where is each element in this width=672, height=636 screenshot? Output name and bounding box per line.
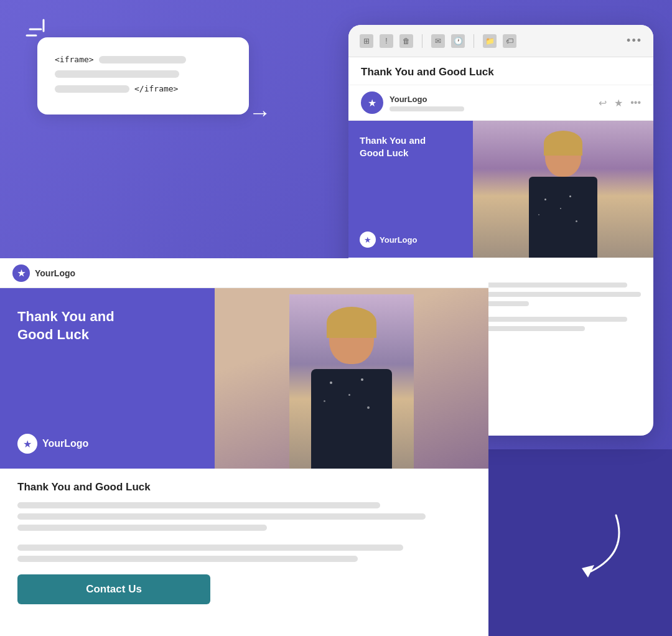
hero-person-image [473,121,653,258]
code-line-3: </iframe> [55,84,231,93]
iframe-code-block: <iframe> </iframe> [37,37,249,115]
toolbar-archive-icon[interactable]: ⊞ [360,34,373,48]
hero-logo-text: YourLogo [380,235,417,245]
text-bar-4 [17,545,403,551]
banner-logo: ★ YourLogo [17,434,88,454]
code-bar-1 [99,56,186,63]
text-bar-1 [17,502,380,508]
reply-icon[interactable]: ↩ [599,97,607,109]
text-bar-3 [17,525,267,531]
sender-avatar: ★ [361,91,383,114]
window-toolbar: ⊞ ! 🗑 ✉ 🕐 📁 🏷 ••• [348,25,653,57]
email-body-title: Thank You and Good Luck [17,481,471,493]
person-illustration [215,288,488,469]
banner-title: Thank You andGood Luck [17,308,197,344]
email-actions: ↩ ★ ••• [599,97,641,109]
person-image [215,288,488,469]
email-banner: Thank You andGood Luck ★ YourLogo [0,288,215,469]
toolbar-separator-1 [422,34,422,48]
toolbar-alert-icon[interactable]: ! [380,34,393,48]
code-line-1: <iframe> [55,55,231,64]
email-sender-row: ★ YourLogo ↩ ★ ••• [348,85,653,121]
toolbar-clock-icon[interactable]: 🕐 [451,34,465,48]
email-text-section: Thank You and Good Luck Contact Us [0,469,488,636]
curved-arrow [560,503,635,586]
banner-star-icon: ★ [17,434,37,454]
more-icon[interactable]: ••• [630,97,641,108]
iframe-close-tag: </iframe> [134,84,178,93]
hero-banner: Thank You andGood Luck ★ YourLogo [348,121,473,258]
code-line-2 [55,70,231,78]
toolbar-tag-icon[interactable]: 🏷 [503,34,516,48]
logo-name: YourLogo [35,268,75,278]
email-hero: Thank You andGood Luck ★ YourLogo [348,121,653,258]
nav-bar: ★ YourLogo [0,258,488,288]
hero-logo-star-icon: ★ [360,231,376,248]
code-bar-2 [55,70,179,78]
code-bar-3 [55,85,129,93]
email-subject: Thank You and Good Luck [348,57,653,85]
sender-bar [390,106,464,111]
text-bar-2 [17,513,426,520]
email-body-left: Thank You andGood Luck ★ YourLogo [0,288,488,469]
arrow-right: → [249,100,271,126]
sender-name: YourLogo [390,95,592,104]
logo-nav: ★ YourLogo [12,264,75,282]
hero-title: Thank You andGood Luck [360,134,462,159]
text-bar-5 [17,556,358,562]
toolbar-more-icon[interactable]: ••• [627,34,642,47]
toolbar-delete-icon[interactable]: 🗑 [399,34,413,48]
sender-info: YourLogo [390,95,592,111]
toolbar-folder-icon[interactable]: 📁 [483,34,497,48]
banner-logo-text: YourLogo [42,438,88,449]
contact-us-button[interactable]: Contact Us [17,574,210,604]
iframe-open-tag: <iframe> [55,55,94,64]
star-icon[interactable]: ★ [614,97,623,109]
toolbar-separator-2 [474,34,474,48]
hero-logo: ★ YourLogo [360,231,417,248]
toolbar-mail-icon[interactable]: ✉ [431,34,445,48]
logo-star-icon: ★ [12,264,30,282]
